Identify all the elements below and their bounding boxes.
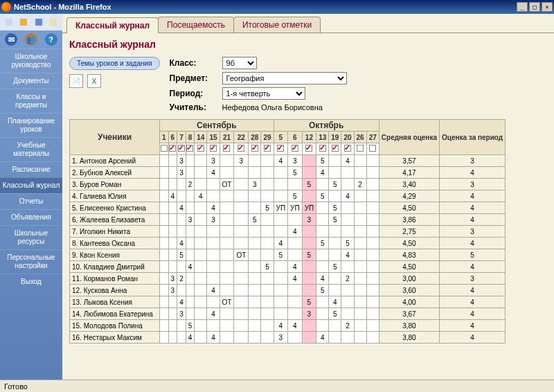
grade-cell[interactable] [316,179,329,190]
day-header[interactable]: 5 [274,132,288,143]
grade-cell[interactable] [366,214,379,226]
grade-cell[interactable] [366,238,379,249]
day-header[interactable]: 13 [316,132,329,143]
grade-cell[interactable] [220,332,234,344]
grade-cell[interactable] [261,308,274,320]
grade-cell[interactable] [234,296,249,308]
student-name[interactable]: 11. Корманов Роман [70,273,160,285]
grade-cell[interactable] [195,214,207,226]
grade-cell[interactable]: 3 [207,214,220,226]
grade-cell[interactable] [160,226,169,238]
grade-cell[interactable]: 4 [186,261,195,273]
grade-cell[interactable] [329,320,341,332]
grade-cell[interactable] [354,167,366,179]
grade-cell[interactable] [195,249,207,261]
grade-cell[interactable] [177,190,186,202]
day-header[interactable]: 8 [186,132,195,143]
day-header[interactable]: 14 [195,132,207,143]
grade-cell[interactable] [249,273,261,285]
grade-cell[interactable] [274,214,288,226]
grade-cell[interactable] [249,167,261,179]
grade-cell[interactable]: 5 [316,190,329,202]
users-icon[interactable]: 👥 [25,33,37,46]
day-checkbox[interactable] [207,143,220,155]
grade-cell[interactable] [234,226,249,238]
grade-cell[interactable] [160,155,169,167]
grade-cell[interactable] [177,320,186,332]
grade-cell[interactable] [168,296,177,308]
grade-cell[interactable] [234,308,249,320]
grade-cell[interactable]: 4 [341,249,354,261]
grade-cell[interactable] [288,285,303,296]
grade-cell[interactable] [316,226,329,238]
grade-cell[interactable] [186,167,195,179]
grade-cell[interactable]: 3 [168,273,177,285]
grade-cell[interactable] [329,190,341,202]
grade-cell[interactable]: 4 [316,332,329,344]
grade-cell[interactable] [288,296,303,308]
themes-button[interactable]: Темы уроков и задания [69,57,160,70]
grade-cell[interactable] [354,332,366,344]
grade-cell[interactable] [302,226,316,238]
grade-cell[interactable] [249,249,261,261]
grade-cell[interactable] [220,155,234,167]
grade-cell[interactable] [160,214,169,226]
grade-cell[interactable] [207,179,220,190]
grade-cell[interactable] [249,296,261,308]
grade-cell[interactable] [329,155,341,167]
grade-cell[interactable]: 4 [316,273,329,285]
day-checkbox[interactable] [288,143,303,155]
grade-cell[interactable] [341,308,354,320]
grade-cell[interactable]: 5 [186,320,195,332]
grade-cell[interactable] [366,202,379,214]
grade-cell[interactable] [302,320,316,332]
grade-cell[interactable]: 5 [274,249,288,261]
grade-cell[interactable] [186,285,195,296]
sidebar-item[interactable]: Школьные ресурсы [0,225,62,249]
grade-cell[interactable] [234,179,249,190]
grade-cell[interactable] [261,296,274,308]
grade-cell[interactable] [302,167,316,179]
grade-cell[interactable] [168,249,177,261]
sidebar-item[interactable]: Расписание [0,161,62,177]
grade-cell[interactable] [354,190,366,202]
sidebar-item[interactable]: Классы и предметы [0,89,62,113]
grade-cell[interactable] [341,296,354,308]
grade-cell[interactable] [220,320,234,332]
grade-cell[interactable] [261,214,274,226]
grade-cell[interactable] [168,226,177,238]
grade-cell[interactable] [316,261,329,273]
student-name[interactable]: 1. Антонов Арсений [70,155,160,167]
grade-cell[interactable] [329,167,341,179]
grade-cell[interactable] [168,167,177,179]
grade-cell[interactable] [160,249,169,261]
grade-cell[interactable] [302,285,316,296]
grade-cell[interactable] [249,202,261,214]
grade-cell[interactable] [177,214,186,226]
grade-cell[interactable] [195,285,207,296]
grade-cell[interactable]: 5 [329,214,341,226]
grade-cell[interactable] [261,226,274,238]
doc-icon[interactable]: 📄 [69,74,83,88]
grade-cell[interactable] [354,155,366,167]
grade-cell[interactable] [220,285,234,296]
sidebar-item[interactable]: Выход [0,274,62,289]
grade-cell[interactable]: 3 [274,332,288,344]
grade-cell[interactable] [160,308,169,320]
grade-cell[interactable] [341,261,354,273]
grade-cell[interactable]: 4 [274,155,288,167]
grade-cell[interactable] [186,226,195,238]
grade-cell[interactable]: 5 [329,261,341,273]
sidebar-item[interactable]: Отчеты [0,193,62,209]
grade-cell[interactable] [354,273,366,285]
grade-cell[interactable] [274,273,288,285]
grade-cell[interactable] [316,320,329,332]
grade-cell[interactable] [341,167,354,179]
grade-cell[interactable] [160,238,169,249]
grade-cell[interactable] [366,320,379,332]
grade-cell[interactable] [302,261,316,273]
grade-cell[interactable] [207,261,220,273]
grade-cell[interactable] [302,332,316,344]
grade-cell[interactable] [329,273,341,285]
sidebar-item[interactable]: Классный журнал [0,177,62,193]
